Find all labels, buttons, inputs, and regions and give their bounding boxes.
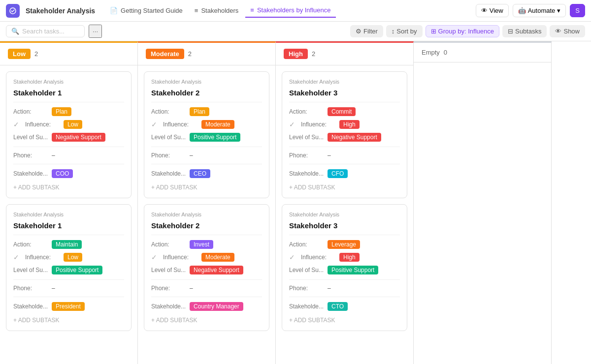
app-title: Stakeholder Analysis [26, 7, 95, 15]
sort-button[interactable]: ↕ Sort by [386, 25, 423, 37]
level-label: Level of Su... [151, 134, 186, 141]
check-icon: ✓ [13, 121, 19, 128]
action-tag: Invest [190, 240, 213, 249]
card-influence: ✓ Influence: High [289, 120, 400, 129]
level-tag: Negative Support [52, 133, 105, 142]
level-label: Level of Su... [13, 267, 48, 273]
filter-icon: ⚙ [356, 28, 361, 35]
column-header-moderate: Moderate2 [138, 43, 275, 65]
column-count-empty: 0 [444, 49, 447, 56]
stakeholder-label: Stakeholde... [13, 170, 48, 177]
card-level: Level of Su... Positive Support [151, 133, 262, 142]
stakeholder-label: Stakeholde... [13, 303, 48, 310]
column-body-moderate: Stakeholder Analysis Stakeholder 2 Actio… [138, 65, 275, 364]
card-influence: ✓ Influence: Low [13, 253, 124, 262]
column-label-high: High [284, 49, 308, 59]
view-icon: 👁 [481, 7, 488, 14]
subtasks-icon: ⊟ [508, 28, 513, 35]
influence-label: Influence: [163, 121, 197, 128]
column-label-low: Low [8, 49, 31, 59]
add-subtask-button[interactable]: + ADD SUBTASK [13, 182, 124, 191]
card-phone: Phone: – [289, 285, 400, 292]
add-subtask-button[interactable]: + ADD SUBTASK [289, 315, 400, 324]
column-body-high: Stakeholder Analysis Stakeholder 3 Actio… [276, 65, 413, 364]
card-title: Stakeholder 1 [13, 221, 124, 230]
card-level: Level of Su... Negative Support [289, 133, 400, 142]
add-subtask-button[interactable]: + ADD SUBTASK [151, 182, 262, 191]
add-subtask-button[interactable]: + ADD SUBTASK [151, 315, 262, 324]
action-tag: Commit [328, 107, 356, 116]
card-phone: Phone: – [289, 152, 400, 159]
action-tag: Plan [190, 107, 209, 116]
card-action: Action: Maintain [13, 240, 124, 249]
stakeholder-tag: COO [52, 169, 73, 178]
stakeholder-tag: CTO [328, 302, 348, 311]
influence-label: Influence: [163, 254, 197, 261]
card-stakeholder: Stakeholde... CTO [289, 302, 400, 311]
add-subtask-button[interactable]: + ADD SUBTASK [289, 182, 400, 191]
share-button[interactable]: S [570, 4, 585, 17]
show-icon: 👁 [555, 28, 561, 35]
card-action: Action: Invest [151, 240, 262, 249]
toolbar-more-button[interactable]: ··· [89, 25, 102, 38]
card[interactable]: Stakeholder Analysis Stakeholder 3 Actio… [282, 71, 407, 198]
subtasks-button[interactable]: ⊟ Subtasks [502, 25, 547, 37]
column-low: Low2 Stakeholder Analysis Stakeholder 1 … [0, 41, 138, 364]
card[interactable]: Stakeholder Analysis Stakeholder 3 Actio… [282, 204, 407, 331]
check-icon: ✓ [13, 253, 19, 261]
column-header-low: Low2 [0, 43, 137, 65]
tab-stakeholders-by-influence[interactable]: ≡ Stakeholders by Influence [245, 3, 335, 18]
column-empty: Empty0 [414, 41, 552, 364]
phone-label: Phone: [151, 285, 186, 292]
filter-button[interactable]: ⚙ Filter [350, 25, 383, 37]
card-title: Stakeholder 2 [151, 89, 262, 97]
action-tag: Plan [52, 107, 71, 116]
card-meta: Stakeholder Analysis [13, 212, 124, 217]
search-box[interactable]: 🔍 Search tasks... [6, 25, 85, 37]
card-phone: Phone: – [13, 285, 124, 292]
check-icon: ✓ [151, 253, 157, 261]
card-level: Level of Su... Positive Support [13, 266, 124, 274]
card[interactable]: Stakeholder Analysis Stakeholder 2 Actio… [144, 204, 269, 331]
column-count-high: 2 [312, 50, 315, 58]
check-icon: ✓ [151, 121, 157, 128]
card-title: Stakeholder 3 [289, 221, 400, 230]
action-label: Action: [13, 241, 48, 248]
card-stakeholder: Stakeholde... COO [13, 169, 124, 178]
card[interactable]: Stakeholder Analysis Stakeholder 1 Actio… [6, 204, 131, 331]
card-action: Action: Commit [289, 107, 400, 116]
card[interactable]: Stakeholder Analysis Stakeholder 2 Actio… [144, 71, 269, 198]
card[interactable]: Stakeholder Analysis Stakeholder 1 Actio… [6, 71, 131, 198]
card-meta: Stakeholder Analysis [151, 79, 262, 85]
group-button[interactable]: ⊞ Group by: Influence [426, 25, 499, 37]
show-button[interactable]: 👁 Show [550, 25, 585, 37]
view-button[interactable]: 👁 View [476, 4, 509, 17]
influence-label: Influence: [301, 121, 335, 128]
tab-getting-started[interactable]: 📄 Getting Started Guide [105, 4, 188, 17]
level-tag: Positive Support [328, 266, 378, 274]
tab-influence-icon: ≡ [250, 6, 254, 14]
influence-tag: Moderate [201, 120, 234, 129]
phone-label: Phone: [151, 152, 186, 159]
check-icon: ✓ [289, 253, 295, 261]
action-label: Action: [13, 108, 48, 115]
stakeholder-label: Stakeholde... [289, 170, 324, 177]
add-subtask-button[interactable]: + ADD SUBTASK [13, 315, 124, 324]
nav-right: 👁 View 🤖 Automate ▾ S [476, 4, 585, 17]
phone-label: Phone: [289, 152, 324, 159]
column-body-low: Stakeholder Analysis Stakeholder 1 Actio… [0, 65, 137, 364]
influence-label: Influence: [25, 254, 60, 261]
stakeholder-label: Stakeholde... [289, 303, 324, 310]
influence-tag: Moderate [201, 253, 234, 262]
card-level: Level of Su... Positive Support [289, 266, 400, 274]
automate-button[interactable]: 🤖 Automate ▾ [513, 4, 566, 17]
tab-list-icon: ≡ [195, 7, 198, 14]
level-label: Level of Su... [289, 267, 324, 273]
top-nav: Stakeholder Analysis 📄 Getting Started G… [0, 0, 591, 22]
card-stakeholder: Stakeholde... CEO [151, 169, 262, 178]
tab-stakeholders[interactable]: ≡ Stakeholders [190, 4, 243, 17]
influence-tag: High [339, 253, 360, 262]
phone-value: – [52, 152, 55, 159]
stakeholder-tag: CFO [328, 169, 348, 178]
card-stakeholder: Stakeholde... President [13, 302, 124, 311]
